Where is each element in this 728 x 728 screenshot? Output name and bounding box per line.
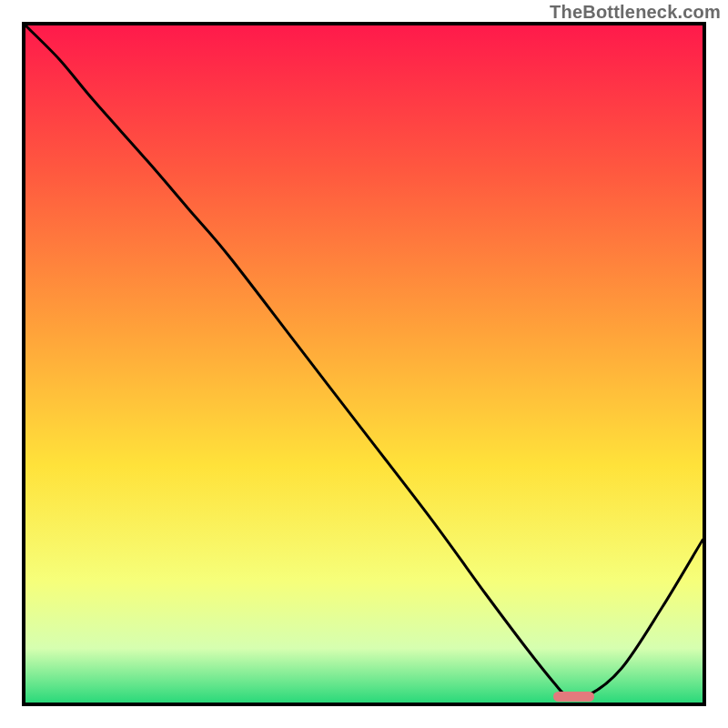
optimal-range-marker bbox=[553, 692, 594, 702]
chart-svg bbox=[25, 25, 703, 703]
chart-background-gradient bbox=[25, 25, 703, 703]
watermark-text: TheBottleneck.com bbox=[550, 2, 721, 23]
chart-frame bbox=[22, 22, 706, 706]
